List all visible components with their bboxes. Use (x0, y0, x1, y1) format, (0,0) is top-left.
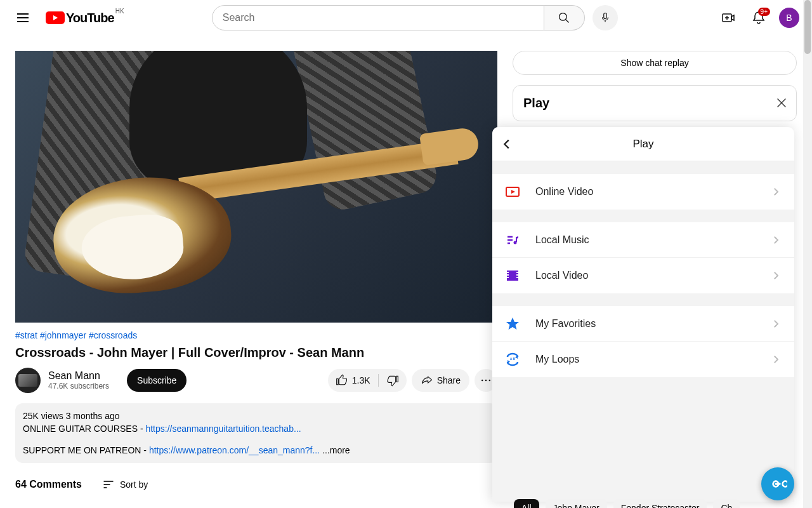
dislike-button[interactable] (379, 374, 407, 387)
close-button[interactable] (775, 96, 789, 110)
youtube-logo[interactable]: YouTube HK (46, 11, 114, 25)
hamburger-icon (17, 13, 29, 22)
ext-item-label: My Favorities (535, 318, 770, 330)
svg-rect-22 (507, 277, 509, 278)
chevron-right-icon (770, 318, 782, 330)
svg-marker-14 (511, 190, 515, 194)
extension-title: Play (492, 138, 794, 150)
ext-item-local-music[interactable]: Local Music (492, 222, 794, 258)
share-button[interactable]: Share (412, 369, 469, 392)
like-dislike-group: 1.3K (328, 369, 407, 392)
notifications-button[interactable]: 9+ (746, 5, 771, 30)
play-card-title: Play (523, 96, 786, 110)
svg-rect-25 (516, 277, 518, 278)
chip-john-mayer[interactable]: John Mayer (546, 499, 607, 508)
menu-button[interactable] (10, 5, 36, 30)
comments-header: 64 Comments Sort by (15, 478, 497, 491)
loop-fab-button[interactable] (761, 467, 794, 500)
desc-link-2[interactable]: https://www.patreon.com/__sean_mann?f... (149, 445, 320, 455)
search-input[interactable] (212, 5, 544, 30)
microphone-icon (599, 12, 611, 23)
infinity-icon (768, 474, 787, 493)
video-player[interactable] (15, 51, 497, 323)
svg-point-18 (514, 241, 517, 244)
search-button[interactable] (544, 5, 585, 30)
chip-fender[interactable]: Fender Stratocaster (613, 499, 707, 508)
ext-item-label: My Loops (535, 354, 770, 365)
sort-icon (102, 478, 115, 491)
comments-count: 64 Comments (15, 479, 82, 490)
voice-search-button[interactable] (593, 5, 618, 30)
search-icon (558, 11, 570, 24)
scrollbar[interactable] (803, 0, 812, 508)
chat-replay-button[interactable]: Show chat replay (513, 51, 797, 75)
more-horizontal-icon (480, 374, 492, 387)
back-button[interactable] (500, 137, 514, 151)
svg-point-5 (481, 380, 483, 382)
channel-subscribers: 47.6K subscribers (48, 382, 109, 391)
svg-rect-20 (507, 272, 509, 273)
ext-item-local-video[interactable]: Local Video (492, 258, 794, 293)
ext-section-3: My Favorities A B My Loops (492, 306, 794, 377)
svg-rect-24 (516, 274, 518, 276)
extension-panel: Play Online Video Local Music (492, 127, 794, 502)
account-button[interactable]: B (776, 5, 802, 30)
header-left: YouTube HK (10, 5, 114, 30)
video-title: Crossroads - John Mayer | Full Cover/Imp… (15, 345, 497, 360)
sort-label: Sort by (120, 479, 148, 490)
sort-comments-button[interactable]: Sort by (102, 478, 148, 491)
local-music-icon (505, 232, 520, 248)
share-label: Share (437, 375, 461, 385)
ext-section-1: Online Video (492, 174, 794, 210)
chip-more[interactable]: Ch (713, 499, 740, 508)
ext-item-favorites[interactable]: My Favorities (492, 306, 794, 342)
svg-point-0 (560, 13, 567, 21)
play-card: Play (513, 85, 797, 121)
chevron-right-icon (770, 186, 782, 197)
svg-marker-27 (515, 356, 518, 359)
ext-item-label: Local Video (535, 270, 770, 281)
create-video-icon (721, 10, 736, 25)
like-button[interactable]: 1.3K (328, 374, 378, 387)
header-right: 9+ B (716, 5, 802, 30)
loop-icon: A B (505, 352, 520, 367)
ext-item-online-video[interactable]: Online Video (492, 174, 794, 210)
chevron-left-icon (500, 137, 514, 151)
svg-marker-26 (506, 318, 519, 330)
create-button[interactable] (716, 5, 741, 30)
action-buttons: 1.3K Share (328, 369, 497, 392)
chip-all[interactable]: All (514, 499, 539, 508)
subscribe-button[interactable]: Subscribe (127, 369, 187, 392)
show-more-button[interactable]: ...more (322, 445, 350, 455)
share-icon (421, 374, 433, 387)
meta-row: Sean Mann 47.6K subscribers Subscribe 1.… (15, 368, 497, 393)
filter-chips: All John Mayer Fender Stratocaster Ch (514, 499, 740, 508)
header: YouTube HK 9+ B (0, 0, 812, 36)
close-icon (775, 96, 789, 110)
channel-avatar[interactable] (15, 368, 41, 393)
ext-section-2: Local Music Local Video (492, 222, 794, 293)
thumbs-down-icon (386, 374, 399, 387)
ext-item-loops[interactable]: A B My Loops (492, 342, 794, 377)
svg-line-1 (566, 20, 569, 23)
chevron-right-icon (770, 270, 782, 281)
hashtags[interactable]: #strat #johnmayer #crossroads (15, 330, 497, 340)
desc-link-1[interactable]: https://seanmannguitartuition.teachab... (145, 424, 301, 434)
thumbs-up-icon (336, 374, 348, 387)
youtube-wordmark: YouTube (66, 11, 114, 25)
video-frame (15, 51, 497, 323)
channel-name[interactable]: Sean Mann (48, 370, 109, 382)
scrollbar-thumb[interactable] (804, 0, 811, 54)
extension-header: Play (492, 127, 794, 161)
search-form (212, 5, 585, 30)
ext-item-label: Local Music (535, 234, 770, 246)
chevron-right-icon (770, 234, 782, 246)
channel-info: Sean Mann 47.6K subscribers Subscribe (15, 368, 187, 393)
main-column: #strat #johnmayer #crossroads Crossroads… (15, 51, 497, 491)
views-and-age: 25K views 3 months ago (23, 411, 490, 421)
svg-text:A B: A B (510, 357, 516, 361)
desc-text-2: SUPPORT ME ON PATREON - (23, 445, 149, 455)
description-box[interactable]: 25K views 3 months ago ONLINE GUITAR COU… (15, 403, 497, 463)
desc-text-1: ONLINE GUITAR COURSES - (23, 424, 145, 434)
svg-rect-21 (507, 274, 509, 276)
